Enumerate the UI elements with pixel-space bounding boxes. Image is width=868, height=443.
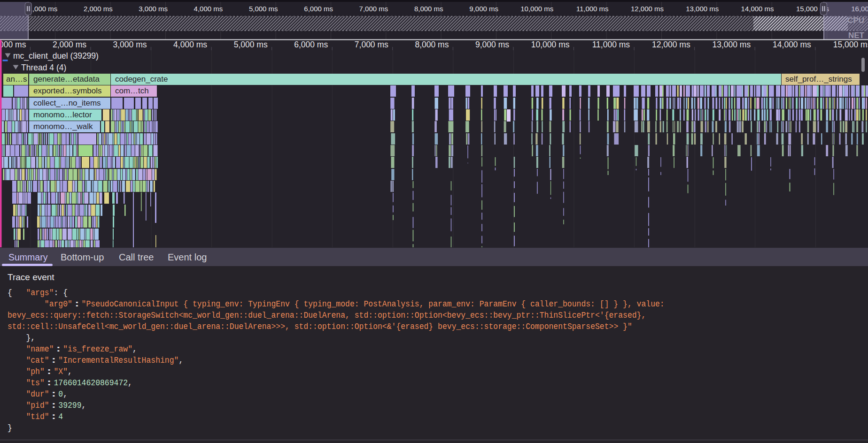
svg-text:6,000 ms: 6,000 ms: [294, 40, 328, 49]
svg-text:14,000 ms: 14,000 ms: [741, 5, 774, 13]
svg-text:4,000 ms: 4,000 ms: [194, 5, 223, 13]
svg-text:6,000 ms: 6,000 ms: [304, 5, 333, 13]
svg-text:8,000 ms: 8,000 ms: [415, 40, 449, 49]
svg-text:NET: NET: [848, 31, 865, 40]
svg-text:9,000 ms: 9,000 ms: [469, 5, 498, 13]
svg-text:11,000 ms: 11,000 ms: [576, 5, 609, 13]
svg-text:"cat": "cat": [26, 355, 49, 366]
svg-text:"ts": "ts": [26, 378, 44, 388]
svg-text::: :: [45, 378, 54, 388]
svg-text:1,000 ms: 1,000 ms: [29, 5, 58, 13]
svg-text:12,000 ms: 12,000 ms: [652, 40, 690, 49]
svg-text:5,000 ms: 5,000 ms: [234, 40, 268, 49]
svg-text:Trace event: Trace event: [8, 272, 54, 282]
svg-text:12,000 ms: 12,000 ms: [631, 5, 664, 13]
svg-text::: :: [49, 412, 59, 422]
svg-text:3,000 ms: 3,000 ms: [139, 5, 168, 13]
svg-text:10,000 ms: 10,000 ms: [531, 40, 570, 49]
svg-text::: :: [72, 299, 82, 309]
svg-text:,: ,: [82, 400, 86, 411]
svg-text:4,000 ms: 4,000 ms: [173, 40, 207, 49]
svg-text:"arg0": "arg0": [45, 299, 72, 309]
svg-text:"X": "X": [54, 367, 68, 377]
svg-text:Summary: Summary: [8, 252, 48, 262]
svg-text:exported…symbols: exported…symbols: [33, 86, 102, 95]
svg-text:,: ,: [68, 367, 72, 377]
svg-text::: :: [49, 400, 59, 411]
svg-text:"ph": "ph": [26, 367, 44, 377]
svg-text:bevy_ecs::query::fetch::Storag: bevy_ecs::query::fetch::StorageSwitch<mc…: [8, 310, 646, 321]
svg-text:CPU: CPU: [847, 16, 864, 25]
svg-text:monomo…lector: monomo…lector: [33, 110, 92, 119]
svg-text:,: ,: [128, 378, 132, 388]
svg-text:1,000 ms: 1,000 ms: [0, 40, 26, 49]
svg-text::: :: [49, 389, 59, 399]
svg-text:"PseudoCanonicalInput { typing: "PseudoCanonicalInput { typing_env: Typi…: [82, 299, 665, 309]
svg-text:2,000 ms: 2,000 ms: [84, 5, 113, 13]
svg-text:1766014620869472: 1766014620869472: [54, 378, 128, 388]
svg-text:3,000 ms: 3,000 ms: [113, 40, 147, 49]
svg-text:"args": "args": [26, 288, 54, 298]
svg-text:14,000 ms: 14,000 ms: [773, 40, 811, 49]
svg-text:13,000 ms: 13,000 ms: [712, 40, 751, 49]
svg-text:monomo…_walk: monomo…_walk: [33, 122, 93, 131]
svg-text:9,000 ms: 9,000 ms: [475, 40, 509, 49]
svg-text:7,000 ms: 7,000 ms: [355, 40, 388, 49]
svg-text:self_prof…_strings: self_prof…_strings: [785, 75, 852, 84]
svg-text:Bottom-up: Bottom-up: [61, 252, 104, 262]
svg-text:2,000 ms: 2,000 ms: [53, 40, 86, 49]
svg-text::: :: [45, 367, 54, 377]
svg-text:11,000 ms: 11,000 ms: [592, 40, 630, 49]
svg-text:Call tree: Call tree: [119, 252, 154, 262]
svg-text:generate…etadata: generate…etadata: [33, 75, 100, 84]
svg-text:com…tch: com…tch: [115, 86, 149, 95]
svg-text:,: ,: [63, 389, 68, 399]
svg-text:codegen_crate: codegen_crate: [115, 75, 168, 84]
svg-text:,: ,: [178, 355, 183, 366]
svg-text:"tid": "tid": [26, 412, 49, 422]
svg-text:0: 0: [58, 389, 63, 399]
svg-text::: :: [49, 355, 59, 366]
svg-text:an…s: an…s: [6, 75, 27, 84]
svg-text:std::cell::UnsafeCell<mc_world: std::cell::UnsafeCell<mc_world_gen::duel…: [8, 321, 632, 332]
svg-text:"pid": "pid": [26, 400, 49, 411]
svg-text:7,000 ms: 7,000 ms: [359, 5, 388, 13]
svg-text:"name": "name": [26, 344, 54, 354]
svg-text:Event log: Event log: [168, 252, 207, 262]
svg-text:"IncrementalResultHashing": "IncrementalResultHashing": [58, 355, 178, 366]
svg-text:13,000 ms: 13,000 ms: [686, 5, 719, 13]
svg-text:10,000 ms: 10,000 ms: [520, 5, 553, 13]
svg-text:"dur": "dur": [26, 389, 49, 399]
svg-text:mc_client_duel (39299): mc_client_duel (39299): [13, 51, 99, 61]
svg-text:,: ,: [132, 344, 137, 354]
svg-text:Thread 4 (4): Thread 4 (4): [21, 63, 66, 72]
svg-text::: :: [54, 344, 63, 354]
svg-text:}: }: [8, 423, 12, 433]
svg-text:collect_…no_items: collect_…no_items: [33, 99, 101, 107]
svg-text:15,000 ms: 15,000 ms: [833, 40, 868, 49]
svg-text:4: 4: [58, 412, 63, 422]
svg-text:},: },: [26, 333, 35, 343]
svg-text:39299: 39299: [58, 400, 81, 411]
svg-text:8,000 ms: 8,000 ms: [414, 5, 443, 13]
svg-text:: {: : {: [54, 288, 68, 298]
svg-text:5,000 ms: 5,000 ms: [249, 5, 278, 13]
svg-text:{: {: [8, 288, 12, 298]
svg-text:"is_freeze_raw": "is_freeze_raw": [63, 344, 132, 354]
